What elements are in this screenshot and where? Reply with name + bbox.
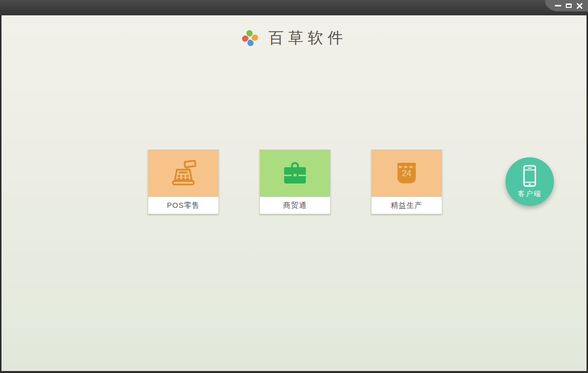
- product-tile-pos-retail[interactable]: POS零售: [148, 149, 219, 214]
- product-tile-trade[interactable]: 商贸通: [259, 149, 331, 214]
- client-button[interactable]: 客户端: [505, 157, 554, 206]
- close-icon: [577, 3, 583, 9]
- minimize-icon: [555, 5, 561, 6]
- tile-art-lean: 24: [372, 150, 442, 197]
- maximize-button[interactable]: [563, 1, 574, 11]
- brand-header: 百草软件: [1, 28, 587, 48]
- cash-register-icon: [167, 159, 200, 188]
- tile-label-lean-production: 精益生产: [372, 197, 442, 214]
- close-button[interactable]: [574, 1, 585, 11]
- tile-art-trade: [260, 150, 330, 197]
- app-title: 百草软件: [268, 28, 347, 48]
- tile-art-pos: [148, 150, 218, 197]
- briefcase-icon: [279, 160, 311, 187]
- client-button-label: 客户端: [518, 189, 542, 198]
- main-content: 百草软件: [0, 15, 588, 373]
- app-window: 百草软件: [0, 0, 588, 373]
- window-controls: [545, 0, 588, 11]
- pinwheel-logo-icon: [241, 29, 259, 47]
- product-tile-lean-production[interactable]: 24 精益生产: [371, 149, 442, 214]
- minimize-button[interactable]: [552, 1, 563, 11]
- maximize-icon: [566, 3, 572, 8]
- calendar-day-number: 24: [402, 169, 412, 178]
- tile-label-pos-retail: POS零售: [148, 197, 218, 214]
- tile-label-trade: 商贸通: [260, 197, 330, 214]
- calendar-icon: 24: [391, 160, 422, 187]
- smartphone-icon: [521, 165, 538, 188]
- titlebar[interactable]: [0, 0, 588, 15]
